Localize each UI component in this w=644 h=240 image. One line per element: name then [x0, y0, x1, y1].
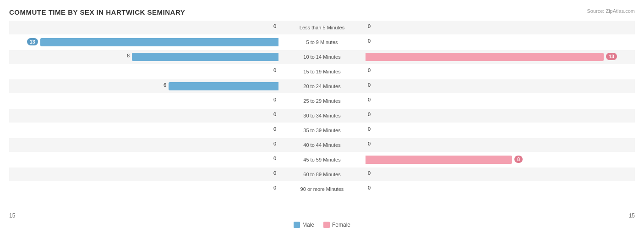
x-axis: 15 15: [9, 211, 635, 219]
legend-male: Male: [294, 222, 314, 228]
male-value: 0: [273, 170, 276, 176]
female-legend-box: [323, 222, 330, 228]
row-label: 5 to 9 Minutes: [279, 39, 365, 45]
chart-row: 090 or more Minutes0: [9, 182, 635, 196]
female-value: 8: [514, 156, 523, 163]
female-value: 0: [368, 126, 371, 132]
chart-container: COMMUTE TIME BY SEX IN HARTWICK SEMINARY…: [0, 0, 644, 240]
male-bar: 8: [132, 53, 278, 61]
male-value: 0: [273, 185, 276, 190]
female-value: 0: [368, 23, 371, 29]
chart-row: 620 to 24 Minutes0: [9, 79, 635, 93]
right-section: 0: [365, 82, 635, 90]
right-section: 0: [365, 170, 635, 179]
left-section: 6: [9, 82, 279, 90]
chart-row: 025 to 29 Minutes0: [9, 94, 635, 108]
male-bar: 6: [169, 82, 278, 90]
female-value: 0: [368, 97, 371, 102]
left-section: 13: [9, 38, 279, 46]
left-section: 0: [9, 126, 279, 134]
row-label: 45 to 59 Minutes: [279, 157, 365, 162]
axis-right: 15: [629, 212, 635, 219]
right-section: 13: [365, 53, 635, 61]
female-value: 0: [368, 170, 371, 176]
chart-row: 035 to 39 Minutes0: [9, 123, 635, 137]
male-value: 8: [127, 53, 130, 58]
chart-area: 0Less than 5 Minutes0135 to 9 Minutes081…: [9, 21, 635, 209]
chart-row: 045 to 59 Minutes8: [9, 153, 635, 167]
chart-row: 040 to 44 Minutes0: [9, 138, 635, 152]
male-value: 0: [273, 67, 276, 73]
legend-female: Female: [323, 222, 350, 228]
female-value: 0: [368, 185, 371, 190]
chart-row: 030 to 34 Minutes0: [9, 109, 635, 123]
row-label: 20 to 24 Minutes: [279, 84, 365, 89]
chart-row: 135 to 9 Minutes0: [9, 35, 635, 49]
female-value: 0: [368, 141, 371, 146]
chart-title: COMMUTE TIME BY SEX IN HARTWICK SEMINARY: [9, 8, 635, 16]
male-value: 0: [273, 23, 276, 29]
male-value: 0: [273, 126, 276, 132]
left-section: 0: [9, 141, 279, 149]
female-value: 0: [368, 82, 371, 88]
axis-left: 15: [9, 212, 15, 219]
chart-row: 015 to 19 Minutes0: [9, 65, 635, 78]
female-value: 13: [606, 53, 617, 60]
left-section: 0: [9, 185, 279, 193]
row-label: 30 to 34 Minutes: [279, 113, 365, 118]
male-legend-box: [294, 222, 300, 228]
row-label: 25 to 29 Minutes: [279, 98, 365, 104]
left-section: 0: [9, 23, 279, 32]
legend: Male Female: [9, 222, 635, 228]
row-label: 60 to 89 Minutes: [279, 172, 365, 177]
right-section: 0: [365, 97, 635, 105]
right-section: 0: [365, 185, 635, 193]
male-legend-label: Male: [302, 222, 314, 228]
left-section: 0: [9, 97, 279, 105]
male-value: 0: [273, 141, 276, 146]
chart-row: 060 to 89 Minutes0: [9, 167, 635, 181]
left-section: 0: [9, 156, 279, 164]
row-label: 10 to 14 Minutes: [279, 54, 365, 60]
left-section: 0: [9, 67, 279, 76]
female-value: 0: [368, 38, 371, 44]
female-value: 0: [368, 112, 371, 117]
male-value: 0: [273, 156, 276, 161]
male-value: 0: [273, 112, 276, 117]
male-value: 0: [273, 97, 276, 102]
row-label: 40 to 44 Minutes: [279, 142, 365, 148]
row-label: Less than 5 Minutes: [279, 25, 365, 30]
right-section: 0: [365, 126, 635, 134]
left-section: 0: [9, 112, 279, 120]
chart-row: 0Less than 5 Minutes0: [9, 21, 635, 34]
right-section: 0: [365, 112, 635, 120]
row-label: 35 to 39 Minutes: [279, 128, 365, 133]
right-section: 0: [365, 38, 635, 46]
right-section: 0: [365, 141, 635, 149]
right-section: 8: [365, 156, 635, 164]
female-value: 0: [368, 67, 371, 73]
left-section: 8: [9, 53, 279, 61]
left-section: 0: [9, 170, 279, 179]
row-label: 15 to 19 Minutes: [279, 69, 365, 74]
female-bar: 13: [366, 53, 604, 61]
male-bar: 13: [40, 38, 278, 46]
chart-row: 810 to 14 Minutes13: [9, 50, 635, 64]
female-legend-label: Female: [332, 222, 350, 228]
right-section: 0: [365, 23, 635, 32]
row-label: 90 or more Minutes: [279, 186, 365, 192]
right-section: 0: [365, 67, 635, 76]
male-value: 13: [27, 38, 38, 45]
source-label: Source: ZipAtlas.com: [587, 8, 635, 14]
female-bar: 8: [366, 156, 512, 164]
male-value: 6: [164, 82, 166, 88]
